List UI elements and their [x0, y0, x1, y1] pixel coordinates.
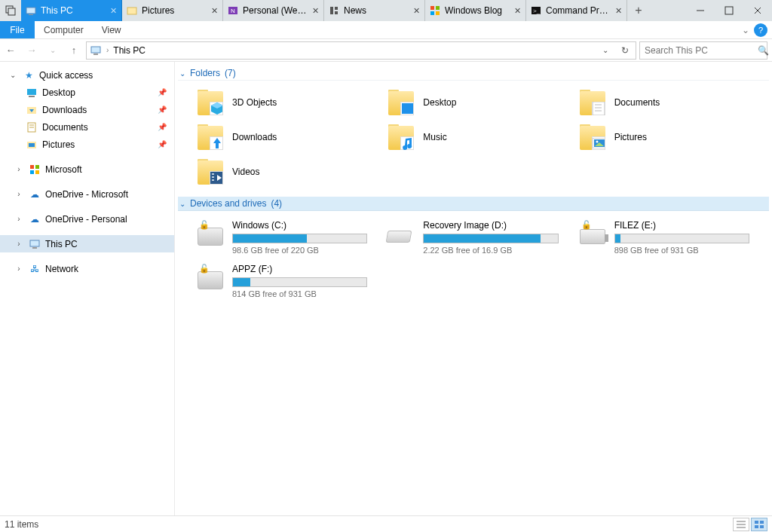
- drive-free-text: 814 GB free of 931 GB: [232, 289, 367, 298]
- folder-icon: [578, 88, 607, 117]
- svg-rect-51: [212, 176, 214, 178]
- folder-icon: [26, 104, 38, 116]
- svg-rect-17: [725, 7, 733, 14]
- sidebar-item[interactable]: Documents 📌: [0, 118, 174, 136]
- folder-icon: [26, 121, 38, 133]
- minimize-button[interactable]: [686, 0, 715, 21]
- sidebar-this-pc[interactable]: › This PC: [0, 235, 174, 252]
- chevron-right-icon[interactable]: ›: [14, 240, 24, 248]
- ribbon-view[interactable]: View: [93, 21, 130, 38]
- file-tab[interactable]: File: [0, 21, 35, 38]
- svg-rect-40: [593, 102, 605, 115]
- folder-label: Videos: [232, 167, 259, 177]
- sidebar-label: OneDrive - Microsoft: [45, 189, 174, 200]
- pin-icon: 📌: [158, 140, 167, 148]
- forward-button[interactable]: →: [23, 41, 41, 60]
- tab[interactable]: Windows Blog ✕: [425, 0, 526, 21]
- sidebar-item[interactable]: Desktop 📌: [0, 84, 174, 101]
- group-header-folders[interactable]: ⌄ Folders (7): [178, 66, 769, 81]
- folder-item[interactable]: 3D Objects: [196, 87, 387, 118]
- sidebar-item[interactable]: Pictures 📌: [0, 136, 174, 153]
- tab-icon: [127, 5, 137, 16]
- folder-item[interactable]: Downloads: [196, 121, 387, 153]
- svg-rect-7: [330, 7, 333, 14]
- refresh-button[interactable]: ↻: [617, 45, 633, 56]
- chevron-right-icon[interactable]: ›: [14, 215, 24, 223]
- folder-label: Desktop: [423, 97, 456, 108]
- svg-text:>_: >_: [533, 8, 541, 14]
- tab[interactable]: News ✕: [324, 0, 425, 21]
- tab[interactable]: N Personal (Web) - One ✕: [223, 0, 324, 21]
- svg-rect-11: [436, 6, 440, 10]
- close-icon[interactable]: ✕: [110, 6, 117, 16]
- svg-rect-8: [335, 7, 338, 10]
- close-icon[interactable]: ✕: [413, 6, 420, 16]
- drive-item[interactable]: 🔓 FILEZ (E:) 898 GB free of 931 GB: [578, 220, 769, 256]
- details-view-button[interactable]: [733, 518, 749, 531]
- sidebar-onedrive-microsoft[interactable]: › ☁ OneDrive - Microsoft: [0, 185, 174, 203]
- drive-name: Windows (C:): [232, 220, 367, 231]
- ribbon-computer[interactable]: Computer: [35, 21, 93, 38]
- drive-free-text: 2.22 GB free of 16.9 GB: [423, 246, 558, 255]
- chevron-down-icon[interactable]: ⌄: [8, 71, 18, 79]
- back-button[interactable]: ←: [2, 41, 20, 60]
- sidebar-item[interactable]: Downloads 📌: [0, 101, 174, 118]
- drive-item[interactable]: 🔓 Windows (C:) 98.6 GB free of 220 GB: [196, 220, 387, 256]
- chevron-right-icon[interactable]: ›: [14, 264, 24, 273]
- ms-icon: [29, 164, 41, 176]
- tiles-view-button[interactable]: [751, 518, 767, 531]
- tab[interactable]: >_ Command Prompt ✕: [526, 0, 627, 21]
- drive-item[interactable]: 🔓 APPZ (F:) 814 GB free of 931 GB: [196, 264, 387, 300]
- tab[interactable]: This PC ✕: [21, 0, 122, 21]
- close-icon[interactable]: ✕: [312, 6, 319, 16]
- address-bar[interactable]: › This PC ⌄ ↻: [86, 41, 636, 60]
- ribbon-expand-icon[interactable]: ⌄: [737, 21, 754, 38]
- help-icon[interactable]: ?: [754, 23, 767, 37]
- chevron-right-icon[interactable]: ›: [14, 190, 24, 198]
- content-pane: ⌄ Folders (7) 3D Objects Desktop Documen…: [175, 62, 772, 515]
- maximize-button[interactable]: [715, 0, 743, 21]
- sidebar-quick-access[interactable]: ⌄ ★ Quick access: [0, 66, 174, 84]
- drive-free-text: 898 GB free of 931 GB: [614, 246, 749, 255]
- folder-item[interactable]: Documents: [578, 87, 769, 118]
- search-box[interactable]: 🔍: [639, 41, 767, 60]
- sidebar-microsoft[interactable]: › Microsoft: [0, 161, 174, 178]
- folder-icon: [387, 123, 415, 151]
- close-icon[interactable]: ✕: [615, 6, 622, 16]
- folder-item[interactable]: Music: [387, 121, 577, 153]
- svg-rect-34: [35, 170, 39, 174]
- new-tab-button[interactable]: +: [627, 0, 650, 21]
- search-input[interactable]: [645, 45, 758, 56]
- tabs-button[interactable]: [0, 0, 21, 21]
- recent-locations-button[interactable]: ⌄: [44, 41, 62, 60]
- group-count: (4): [271, 198, 282, 209]
- svg-rect-50: [212, 173, 214, 175]
- group-header-drives[interactable]: ⌄ Devices and drives (4): [178, 197, 769, 211]
- svg-rect-30: [29, 143, 35, 147]
- close-icon[interactable]: ✕: [514, 6, 521, 16]
- chevron-right-icon[interactable]: ›: [14, 165, 24, 173]
- storage-bar: [232, 277, 367, 287]
- close-icon[interactable]: ✕: [211, 6, 218, 16]
- address-dropdown-icon[interactable]: ⌄: [598, 46, 613, 54]
- folders-grid: 3D Objects Desktop Documents Downloads M…: [178, 85, 769, 197]
- close-button[interactable]: [743, 0, 772, 21]
- tab-icon: >_: [531, 5, 541, 16]
- sidebar-item-label: Pictures: [42, 139, 174, 150]
- folder-item[interactable]: Desktop: [387, 87, 577, 118]
- storage-bar: [232, 234, 367, 243]
- sidebar-item-label: Documents: [42, 122, 174, 133]
- drive-item[interactable]: Recovery Image (D:) 2.22 GB free of 16.9…: [387, 220, 577, 256]
- lock-icon: 🔓: [199, 220, 210, 230]
- sidebar-network[interactable]: › 🖧 Network: [0, 260, 174, 277]
- svg-rect-1: [8, 8, 15, 15]
- svg-rect-58: [760, 521, 764, 524]
- drive-icon: 🔓: [196, 264, 225, 289]
- svg-rect-36: [32, 247, 37, 249]
- folder-item[interactable]: Videos: [196, 156, 387, 188]
- svg-rect-4: [127, 8, 136, 14]
- up-button[interactable]: ↑: [65, 41, 83, 60]
- sidebar-onedrive-personal[interactable]: › ☁ OneDrive - Personal: [0, 210, 174, 228]
- folder-item[interactable]: Pictures: [578, 121, 769, 153]
- tab[interactable]: Pictures ✕: [122, 0, 223, 21]
